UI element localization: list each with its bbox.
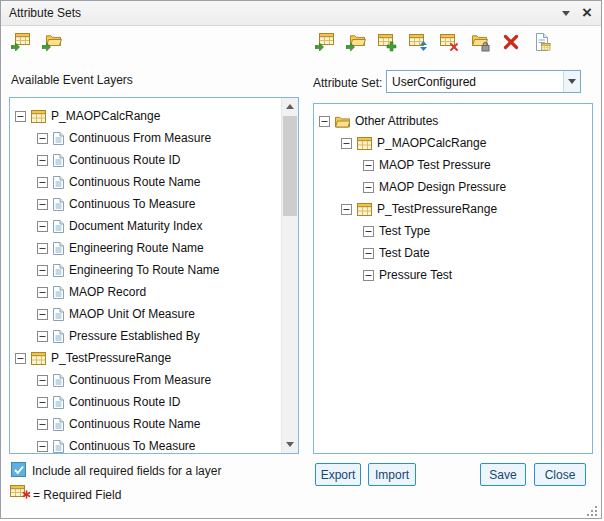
export-button[interactable]: Export <box>315 463 361 486</box>
collapse-expander-icon[interactable] <box>363 160 374 171</box>
window-menu-icon[interactable] <box>562 11 570 16</box>
collapse-expander-icon[interactable] <box>37 155 48 166</box>
field-node[interactable]: MAOP Record <box>10 281 281 303</box>
include-required-fields-checkbox[interactable] <box>11 462 26 477</box>
collapse-expander-icon[interactable] <box>37 375 48 386</box>
close-button[interactable]: Close <box>534 463 586 486</box>
field-node[interactable]: Continuous Route Name <box>10 413 281 435</box>
vertical-scrollbar[interactable] <box>281 98 298 453</box>
field-node[interactable]: MAOP Unit Of Measure <box>10 303 281 325</box>
attribute-set-dropdown[interactable]: UserConfigured <box>386 70 581 93</box>
tree-item-label: P_TestPressureRange <box>377 202 497 216</box>
field-node[interactable]: Pressure Established By <box>10 325 281 347</box>
dropdown-arrow-button[interactable] <box>563 71 580 92</box>
tree-item-label: MAOP Unit Of Measure <box>69 307 195 321</box>
doc-icon <box>53 330 64 343</box>
scroll-thumb[interactable] <box>283 116 297 216</box>
tree-item-label: MAOP Test Pressure <box>379 158 491 172</box>
collapse-expander-icon[interactable] <box>37 287 48 298</box>
scroll-down-icon[interactable] <box>282 436 298 453</box>
table-remove-icon[interactable] <box>437 30 461 54</box>
tree-item-label: MAOP Record <box>69 285 146 299</box>
field-node[interactable]: Document Maturity Index <box>10 215 281 237</box>
collapse-expander-icon[interactable] <box>37 309 48 320</box>
table-plus-icon[interactable] <box>375 30 399 54</box>
table-add-icon[interactable] <box>9 30 33 54</box>
doc-icon <box>53 396 64 409</box>
page-report-icon[interactable] <box>530 30 554 54</box>
event-layer-node[interactable]: P_MAOPCalcRange <box>314 132 592 154</box>
title-bar: Attribute Sets × <box>1 1 601 26</box>
field-node[interactable]: Engineering Route Name <box>10 237 281 259</box>
scroll-up-icon[interactable] <box>282 98 298 115</box>
collapse-expander-icon[interactable] <box>37 133 48 144</box>
event-layer-node[interactable]: P_TestPressureRange <box>10 347 281 369</box>
event-layer-node[interactable]: P_MAOPCalcRange <box>10 105 281 127</box>
field-node[interactable]: Continuous Route ID <box>10 149 281 171</box>
window-title: Attribute Sets <box>1 6 81 20</box>
doc-icon <box>53 440 64 453</box>
collapse-expander-icon[interactable] <box>37 419 48 430</box>
collapse-expander-icon[interactable] <box>363 248 374 259</box>
event-layer-node[interactable]: P_TestPressureRange <box>314 198 592 220</box>
table-icon <box>357 203 372 216</box>
available-layers-tree-content: P_MAOPCalcRangeContinuous From MeasureCo… <box>10 98 281 453</box>
collapse-expander-icon[interactable] <box>37 441 48 452</box>
toolbar-right-group <box>313 30 554 54</box>
attribute-set-root-node[interactable]: Other Attributes <box>314 110 592 132</box>
folder-add-icon[interactable] <box>344 30 368 54</box>
delete-x-icon[interactable] <box>499 30 523 54</box>
collapse-expander-icon[interactable] <box>15 111 26 122</box>
save-button[interactable]: Save <box>480 463 526 486</box>
collapse-expander-icon[interactable] <box>363 226 374 237</box>
tree-item-label: Continuous From Measure <box>69 373 211 387</box>
attribute-set-tree-content: Other AttributesP_MAOPCalcRangeMAOP Test… <box>314 104 592 453</box>
collapse-expander-icon[interactable] <box>341 138 352 149</box>
collapse-expander-icon[interactable] <box>37 243 48 254</box>
collapse-expander-icon[interactable] <box>319 116 330 127</box>
collapse-expander-icon[interactable] <box>37 331 48 342</box>
collapse-expander-icon[interactable] <box>37 177 48 188</box>
doc-icon <box>53 154 64 167</box>
field-node[interactable]: Engineering To Route Name <box>10 259 281 281</box>
field-node[interactable]: Continuous Route ID <box>10 391 281 413</box>
attribute-set-value: UserConfigured <box>387 75 563 89</box>
table-arrows-icon[interactable] <box>406 30 430 54</box>
table-add-icon[interactable] <box>313 30 337 54</box>
doc-icon <box>53 264 64 277</box>
collapse-expander-icon[interactable] <box>37 199 48 210</box>
table-icon <box>357 137 372 150</box>
tree-item-label: Test Date <box>379 246 430 260</box>
chevron-down-icon <box>568 79 576 84</box>
collapse-expander-icon[interactable] <box>15 353 26 364</box>
table-icon <box>31 110 46 123</box>
doc-icon <box>53 308 64 321</box>
attribute-node[interactable]: MAOP Design Pressure <box>314 176 592 198</box>
required-field-icon <box>10 484 32 504</box>
tree-item-label: Engineering Route Name <box>69 241 204 255</box>
tree-item-label: Pressure Test <box>379 268 452 282</box>
field-node[interactable]: Continuous From Measure <box>10 369 281 391</box>
attribute-node[interactable]: Test Type <box>314 220 592 242</box>
field-node[interactable]: Continuous From Measure <box>10 127 281 149</box>
tree-item-label: P_TestPressureRange <box>51 351 171 365</box>
resize-grip[interactable] <box>586 503 598 515</box>
import-button[interactable]: Import <box>368 463 416 486</box>
collapse-expander-icon[interactable] <box>37 265 48 276</box>
field-node[interactable]: Continuous To Measure <box>10 435 281 453</box>
collapse-expander-icon[interactable] <box>37 397 48 408</box>
field-node[interactable]: Continuous Route Name <box>10 171 281 193</box>
folder-add-icon[interactable] <box>40 30 64 54</box>
folder-lock-icon[interactable] <box>468 30 492 54</box>
attribute-node[interactable]: Pressure Test <box>314 264 592 286</box>
field-node[interactable]: Continuous To Measure <box>10 193 281 215</box>
collapse-expander-icon[interactable] <box>341 204 352 215</box>
doc-icon <box>53 418 64 431</box>
window-close-icon[interactable]: × <box>582 6 592 20</box>
collapse-expander-icon[interactable] <box>37 221 48 232</box>
toolbar-left-group <box>9 30 64 54</box>
collapse-expander-icon[interactable] <box>363 270 374 281</box>
attribute-node[interactable]: Test Date <box>314 242 592 264</box>
attribute-node[interactable]: MAOP Test Pressure <box>314 154 592 176</box>
collapse-expander-icon[interactable] <box>363 182 374 193</box>
